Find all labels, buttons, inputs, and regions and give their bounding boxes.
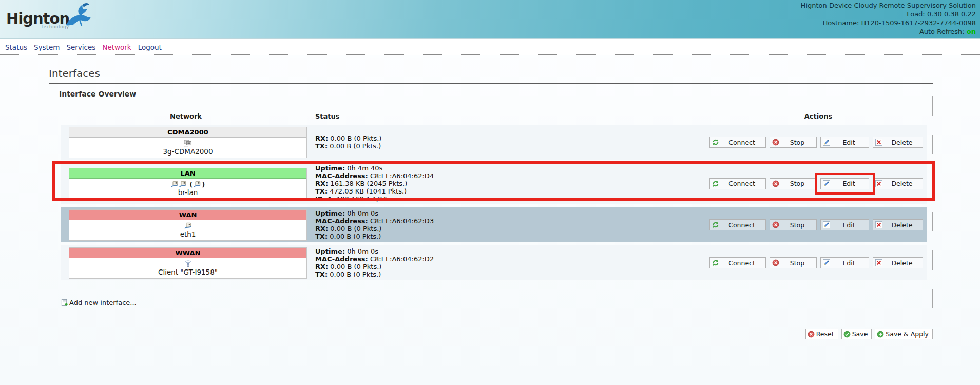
interface-icons — [69, 260, 306, 268]
status-cell-cdma2000: RX: 0.00 B (0 Pkts.)TX: 0.00 B (0 Pkts.) — [311, 134, 709, 150]
edit-button-wwan[interactable]: Edit — [820, 257, 869, 268]
connect-button-cdma2000[interactable]: Connect — [709, 137, 766, 148]
brand-logo: Hignton technology — [6, 4, 93, 29]
connect-icon — [712, 180, 720, 187]
antelope-logo-icon — [62, 2, 93, 29]
edit-button-wan[interactable]: Edit — [820, 219, 869, 230]
column-header-status: Status — [311, 112, 709, 120]
edit-icon — [823, 139, 831, 146]
status-line: RX: 0.00 B (0 Pkts.) — [315, 225, 709, 233]
column-header-network: Network — [61, 112, 311, 120]
connect-button-lan[interactable]: Connect — [709, 178, 766, 189]
stop-button-lan[interactable]: Stop — [770, 178, 817, 189]
button-label: Connect — [720, 259, 763, 267]
delete-button-wwan[interactable]: Delete — [873, 257, 923, 268]
connect-button-wan[interactable]: Connect — [709, 219, 766, 230]
header: Hignton technology Hignton Device Cloudy… — [0, 0, 980, 39]
save-icon — [843, 331, 851, 338]
brand-name: Hignton — [6, 11, 69, 26]
network-name-badge: CDMA2000 — [69, 127, 306, 138]
save-apply-button[interactable]: Save & Apply — [875, 329, 933, 339]
status-line: TX: 0.00 B (0 Pkts.) — [315, 271, 709, 278]
nav-item-system[interactable]: System — [34, 43, 60, 51]
button-label: Connect — [720, 221, 763, 229]
add-interface-label: Add new interface... — [69, 299, 137, 306]
edit-icon — [823, 221, 831, 228]
reset-button[interactable]: Reset — [805, 329, 838, 339]
stop-icon — [772, 139, 780, 146]
status-cell-lan: Uptime: 0h 4m 40sMAC-Address: C8:EE:A6:0… — [311, 164, 709, 203]
connect-button-wwan[interactable]: Connect — [709, 257, 766, 268]
delete-button-wan[interactable]: Delete — [873, 219, 923, 230]
stop-button-wwan[interactable]: Stop — [770, 257, 817, 268]
network-cell-wan: WANeth1 — [61, 209, 311, 241]
edit-icon — [823, 259, 831, 266]
ethernet-icon — [184, 222, 191, 229]
network-name-badge: LAN — [69, 168, 306, 179]
status-line: TX: 0.00 B (0 Pkts.) — [315, 233, 709, 240]
button-label: Edit — [831, 221, 867, 229]
add-icon — [61, 299, 68, 306]
delete-icon — [875, 180, 883, 187]
paren-open: ( — [187, 181, 193, 188]
ethernet-icon — [179, 181, 186, 188]
interface-overview-section: Interface Overview Network Status Action… — [49, 90, 933, 318]
stop-button-cdma2000[interactable]: Stop — [770, 137, 817, 148]
nav-item-network[interactable]: Network — [102, 43, 131, 51]
interface-row-cdma2000: CDMA20003g-CDMA2000RX: 0.00 B (0 Pkts.)T… — [61, 125, 927, 160]
save-button[interactable]: Save — [841, 329, 872, 339]
header-hostname: Hostname: H120-1509-1617-2932-7744-0098 — [801, 18, 976, 27]
delete-icon — [875, 221, 883, 228]
network-name-badge: WAN — [69, 210, 306, 220]
status-cell-wan: Uptime: 0h 0m 0sMAC-Address: C8:EE:A6:04… — [311, 209, 709, 240]
edit-button-cdma2000[interactable]: Edit — [820, 137, 869, 148]
interface-icons: () — [69, 180, 306, 188]
network-cell-cdma2000: CDMA20003g-CDMA2000 — [61, 127, 311, 158]
button-label: Save — [852, 330, 868, 338]
paren-close: ) — [202, 181, 205, 188]
3g-icon — [184, 140, 193, 147]
device-name: Client "GT-I9158" — [69, 268, 306, 278]
button-label: Stop — [780, 180, 814, 187]
interface-row-wwan: WWANClient "GT-I9158"Uptime: 0h 0m 0sMAC… — [61, 245, 927, 280]
nav-item-services[interactable]: Services — [66, 43, 95, 51]
interface-icons — [69, 139, 306, 147]
nav-item-status[interactable]: Status — [5, 43, 27, 51]
status-line: Uptime: 0h 0m 0s — [315, 209, 709, 217]
delete-icon — [875, 139, 883, 146]
edit-icon — [823, 180, 831, 187]
actions-cell-wwan: ConnectStopEditDelete — [709, 257, 927, 268]
button-label: Delete — [883, 139, 920, 146]
network-name-badge: WWAN — [69, 248, 306, 258]
button-label: Stop — [780, 259, 814, 267]
network-box-lan: LAN ()br-lan — [69, 168, 307, 199]
main-nav: StatusSystemServicesNetworkLogout — [0, 39, 980, 55]
delete-icon — [875, 259, 883, 266]
stop-icon — [772, 180, 780, 187]
network-cell-wwan: WWANClient "GT-I9158" — [61, 247, 311, 279]
form-footer: ResetSaveSave & Apply — [49, 329, 933, 340]
reset-icon — [808, 331, 815, 338]
actions-cell-cdma2000: ConnectStopEditDelete — [709, 137, 927, 148]
header-product-title: Hignton Device Cloudy Remote Supervisory… — [801, 1, 976, 10]
connect-icon — [712, 139, 720, 146]
button-label: Connect — [720, 139, 763, 146]
wifi-icon — [184, 260, 192, 267]
button-label: Edit — [831, 139, 867, 146]
status-line: RX: 0.00 B (0 Pkts.) — [315, 134, 709, 142]
edit-button-lan[interactable]: Edit — [820, 178, 869, 189]
button-label: Stop — [780, 221, 814, 229]
stop-button-wan[interactable]: Stop — [770, 219, 817, 230]
delete-button-lan[interactable]: Delete — [873, 178, 923, 189]
nav-item-logout[interactable]: Logout — [138, 43, 162, 51]
status-line: MAC-Address: C8:EE:A6:04:62:D2 — [315, 255, 709, 263]
button-label: Edit — [831, 180, 867, 187]
ethernet-icon — [171, 181, 178, 188]
device-name: 3g-CDMA2000 — [69, 147, 306, 158]
status-line: Uptime: 0h 4m 40s — [315, 164, 709, 172]
delete-button-cdma2000[interactable]: Delete — [873, 137, 923, 148]
add-interface-button[interactable]: Add new interface... — [61, 299, 137, 306]
apply-icon — [877, 331, 884, 338]
auto-refresh-value: on — [967, 28, 976, 35]
actions-cell-lan: ConnectStopEditDelete — [709, 178, 927, 189]
